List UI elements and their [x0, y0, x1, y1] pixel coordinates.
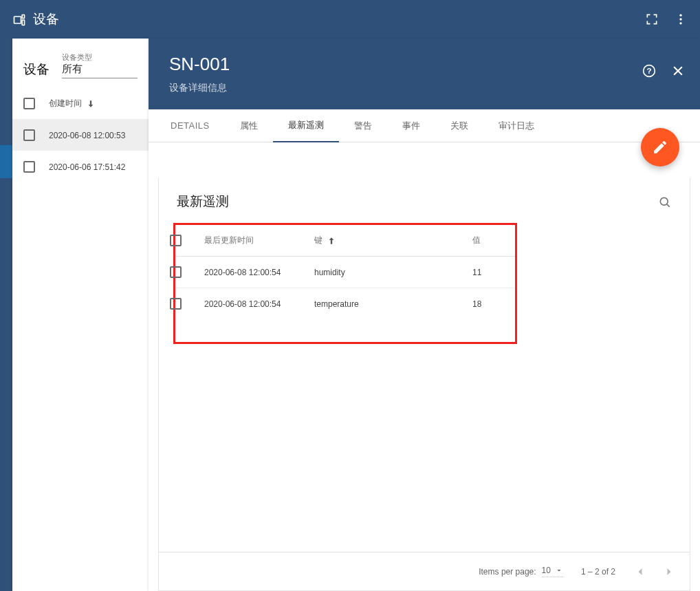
row-checkbox[interactable] [170, 298, 182, 310]
device-row[interactable]: 2020-06-06 17:51:42 [12, 151, 149, 182]
tab-relations[interactable]: 关联 [435, 109, 483, 142]
device-detail-panel: SN-001 设备详细信息 ? DETAILS 属性 最新遥测 警告 事件 关联… [149, 39, 700, 591]
detail-tabs: DETAILS 属性 最新遥测 警告 事件 关联 审计日志 [149, 109, 700, 142]
telemetry-table-header: 最后更新时间 键 值 [175, 225, 515, 257]
device-type-label: 设备类型 [62, 52, 138, 63]
section-title: 最新遥测 [177, 193, 229, 211]
left-gutter-active [0, 145, 12, 178]
edit-fab[interactable] [641, 128, 679, 166]
cell-key: temperature [314, 299, 472, 309]
svg-point-4 [679, 18, 681, 20]
telemetry-card: 最新遥测 最后更新时间 键 值 [158, 178, 690, 591]
col-header-key-label: 键 [314, 235, 322, 246]
tab-events[interactable]: 事件 [387, 109, 435, 142]
tab-latest-telemetry[interactable]: 最新遥测 [273, 109, 339, 142]
svg-rect-2 [22, 20, 24, 25]
row-checkbox[interactable] [170, 266, 182, 278]
tab-alarms[interactable]: 警告 [339, 109, 387, 142]
pencil-icon [652, 139, 668, 155]
close-icon[interactable] [671, 63, 685, 77]
device-list-panel: 设备 设备类型 所有 创建时间 2020-06-08 12:00:53 2020… [12, 39, 149, 591]
page-range-label: 1 – 2 of 2 [581, 567, 615, 577]
next-page-button[interactable] [662, 565, 676, 579]
svg-point-3 [679, 14, 681, 17]
sort-by-created[interactable]: 创建时间 [49, 98, 96, 109]
app-topbar: 设备 [0, 0, 700, 39]
cell-time: 2020-06-08 12:00:54 [204, 299, 314, 309]
col-header-value[interactable]: 值 [472, 235, 507, 246]
detail-header: SN-001 设备详细信息 ? [149, 39, 700, 109]
search-icon[interactable] [658, 195, 672, 208]
row-created-time: 2020-06-06 17:51:42 [49, 162, 125, 172]
devices-icon [12, 12, 26, 26]
svg-rect-1 [22, 15, 24, 19]
svg-point-5 [679, 22, 681, 24]
fullscreen-icon[interactable] [645, 12, 659, 26]
device-type-value: 所有 [62, 63, 138, 76]
row-created-time: 2020-06-08 12:00:53 [49, 131, 125, 140]
items-per-page-label: Items per page: [479, 567, 536, 577]
col-header-time[interactable]: 最后更新时间 [204, 235, 314, 246]
table-footer: Items per page: 10 1 – 2 of 2 [159, 552, 690, 590]
more-vert-icon[interactable] [674, 12, 688, 26]
telemetry-row[interactable]: 2020-06-08 12:00:54 temperature 18 [175, 288, 515, 319]
device-rows: 2020-06-08 12:00:53 2020-06-06 17:51:42 [12, 119, 149, 182]
svg-point-8 [660, 197, 668, 205]
chevron-left-icon [633, 565, 647, 579]
sort-label-text: 创建时间 [49, 98, 82, 109]
cell-key: humidity [314, 268, 472, 277]
dropdown-arrow-icon [555, 566, 563, 574]
tab-details[interactable]: DETAILS [155, 109, 225, 142]
row-checkbox[interactable] [23, 161, 35, 173]
items-per-page-value: 10 [542, 566, 551, 575]
device-list-heading: 设备 [23, 61, 50, 78]
tab-attributes[interactable]: 属性 [225, 109, 273, 142]
select-all-telemetry-checkbox[interactable] [170, 235, 182, 246]
detail-subtitle: 设备详细信息 [169, 82, 679, 94]
device-list-header: 设备 设备类型 所有 [12, 39, 149, 85]
select-all-checkbox[interactable] [23, 98, 35, 109]
cell-time: 2020-06-08 12:00:54 [204, 268, 314, 277]
arrow-down-icon [86, 99, 96, 109]
highlighted-telemetry-region: 最后更新时间 键 值 2020-06-08 12:00:54 humidity … [173, 223, 517, 344]
prev-page-button[interactable] [633, 565, 647, 579]
chevron-right-icon [662, 565, 676, 579]
cell-value: 18 [472, 299, 507, 309]
svg-rect-0 [14, 17, 21, 23]
page-title: 设备 [33, 10, 59, 28]
cell-value: 11 [472, 268, 507, 277]
help-icon[interactable]: ? [642, 63, 656, 77]
tab-audit-log[interactable]: 审计日志 [483, 109, 549, 142]
col-header-key[interactable]: 键 [314, 235, 472, 246]
device-row[interactable]: 2020-06-08 12:00:53 [12, 119, 149, 151]
left-gutter [0, 39, 12, 591]
row-checkbox[interactable] [23, 129, 35, 141]
arrow-up-icon [327, 236, 336, 246]
telemetry-row[interactable]: 2020-06-08 12:00:54 humidity 11 [175, 257, 515, 288]
device-list-sort-row: 创建时间 [12, 85, 149, 119]
items-per-page-select[interactable]: 10 [542, 566, 563, 577]
device-type-select[interactable]: 设备类型 所有 [62, 52, 138, 78]
device-id-title: SN-001 [169, 54, 679, 75]
svg-text:?: ? [646, 66, 651, 75]
